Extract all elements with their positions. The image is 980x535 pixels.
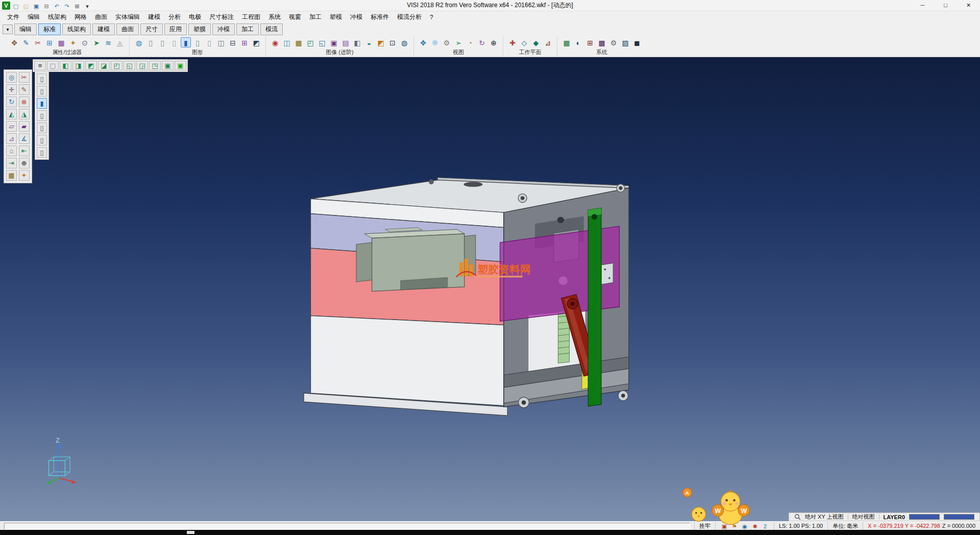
viewport-3d[interactable] [0,57,980,535]
toolbar-icon[interactable]: ◒ [364,37,374,47]
toolbar-icon[interactable]: ◫ [282,37,292,47]
view-orientation-button[interactable]: ▣ [175,61,186,70]
left-tool-button[interactable]: ⊗ [19,96,30,107]
left-tool-button[interactable]: ◎ [6,72,17,83]
toolbar-icon[interactable]: ⊕ [488,37,499,47]
view-orientation-button[interactable]: ◲ [136,61,148,70]
menu-item[interactable]: 冲模 [346,11,366,23]
toolbar-icon[interactable]: ◩ [251,37,261,47]
menu-item[interactable]: 视窗 [285,11,305,23]
toolbar-icon[interactable]: ⊟ [228,37,238,47]
left-tool-button[interactable]: ▦ [6,170,17,181]
menu-item[interactable]: 文件 [3,11,23,23]
left-tool-button[interactable]: ↻ [6,96,17,107]
quick-access-icon[interactable]: ↷ [62,2,71,10]
view-mode-label[interactable]: 绝对视图 [852,513,875,521]
toolbar-icon[interactable]: ⊞ [239,37,250,47]
toolbar-icon[interactable]: ◩ [376,37,386,47]
view-orientation-button[interactable]: ◰ [111,61,122,70]
ribbon-tab[interactable]: 应用 [164,23,187,35]
menu-item[interactable]: 曲面 [91,11,111,23]
view-label[interactable]: 绝对 XY 上视图 [805,513,844,521]
toolbar-icon[interactable]: ⊞ [585,37,595,47]
toolbar-icon[interactable]: ⊙ [80,37,90,47]
quick-access-icon[interactable]: ◱ [21,2,31,10]
left-tool-button[interactable]: ⌂ [6,145,17,156]
menu-item[interactable]: 线架构 [44,11,70,23]
taskbar-app-segment[interactable] [187,531,194,534]
toolbar-icon[interactable]: ◬ [115,37,125,47]
maximize-button[interactable]: □ [934,0,957,11]
left-tool-button[interactable]: ▱ [6,121,17,132]
view-orientation-button[interactable]: ▣ [162,61,174,70]
ribbon-tab[interactable]: 尺寸 [140,23,163,35]
menu-item[interactable]: 系统 [264,11,285,23]
toolbar-icon[interactable]: ◱ [317,37,327,47]
toolbar-icon[interactable]: ▯ [204,37,214,47]
ribbon-tab[interactable]: 建模 [92,23,115,35]
display-mode-button[interactable]: ▯ [37,110,47,121]
toolbar-icon[interactable]: ⊞ [44,37,55,47]
view-orientation-button[interactable]: ≡ [34,61,46,70]
visi-logo-icon[interactable]: V [2,2,10,10]
menu-item[interactable]: 建模 [144,11,164,23]
layer-color-bar[interactable] [909,514,940,520]
menu-item[interactable]: 实体编辑 [111,11,144,23]
display-mode-button[interactable]: ▯ [37,86,47,96]
display-mode-button[interactable]: ▯ [37,74,47,84]
quick-access-icon[interactable]: ⊞ [72,2,82,10]
status-icon[interactable]: 2 [761,522,769,530]
toolbar-icon[interactable]: ▯ [192,37,203,47]
left-tool-button[interactable]: ⊕ [19,158,30,168]
left-tool-button[interactable]: ∡ [19,133,30,144]
ribbon-tab[interactable]: 曲面 [116,23,139,35]
minimize-button[interactable]: ─ [911,0,934,11]
left-tool-button[interactable]: ◮ [19,109,30,119]
toolbar-icon[interactable]: ▦ [56,37,66,47]
left-tool-button[interactable]: ✛ [6,84,17,95]
left-tool-button[interactable]: ⊿ [6,133,17,144]
toolbar-icon[interactable]: ↻ [477,37,487,47]
menu-item[interactable]: 标准件 [366,11,393,23]
left-tool-button[interactable]: ✎ [19,84,30,95]
toolbar-icon[interactable]: ▨ [620,37,630,47]
close-button[interactable]: ✕ [957,0,980,11]
toolbar-icon[interactable]: ▯ [169,37,179,47]
toolbar-icon[interactable]: ▣ [329,37,339,47]
toolbar-icon[interactable]: ◍ [399,37,409,47]
ribbon-tab[interactable]: 模流 [260,23,283,35]
toolbar-icon[interactable]: ➢ [453,37,463,47]
toolbar-icon[interactable]: ◇ [519,37,529,47]
menu-item[interactable]: 模流分析 [393,11,426,23]
toolbar-icon[interactable]: ▯ [145,37,156,47]
ribbon-tab[interactable]: 标准 [38,23,61,35]
toolbar-icon[interactable]: ➤ [91,37,102,47]
toolbar-icon[interactable]: ▮ [181,37,191,47]
view-orientation-button[interactable]: ◱ [124,61,135,70]
toolbar-icon[interactable]: ✥ [9,37,19,47]
view-orientation-button[interactable]: ◧ [60,61,71,70]
view-orientation-button[interactable]: ◳ [149,61,161,70]
toolbar-icon[interactable]: ≋ [103,37,113,47]
menu-item[interactable]: 工程图 [238,11,264,23]
menu-item[interactable]: 塑模 [326,11,346,23]
quick-access-icon[interactable]: ▢ [11,2,20,10]
toolbar-icon[interactable]: ◔ [465,37,475,47]
ribbon-tab[interactable]: 线架构 [62,23,91,35]
left-tool-button[interactable]: ⇥ [6,158,17,168]
menu-item[interactable]: 分析 [164,11,185,23]
toolbar-icon[interactable]: ✚ [507,37,518,47]
toolbar-icon[interactable]: ▩ [597,37,607,47]
view-orientation-button[interactable]: ◩ [85,61,97,70]
toolbar-icon[interactable]: ◼ [632,37,642,47]
toolbar-icon[interactable]: ✂ [33,37,43,47]
display-mode-button[interactable]: ▯ [37,135,47,145]
left-tool-button[interactable]: ▰ [19,121,30,132]
display-mode-button[interactable]: ▮ [37,98,47,109]
ribbon-tab[interactable]: 冲模 [212,23,235,35]
menu-item[interactable]: 加工 [305,11,326,23]
toolbar-icon[interactable]: ❊ [430,37,440,47]
toolbar-icon[interactable]: ◧ [352,37,362,47]
left-tool-button[interactable]: ✂ [19,72,30,83]
view-orientation-button[interactable]: ◨ [72,61,84,70]
